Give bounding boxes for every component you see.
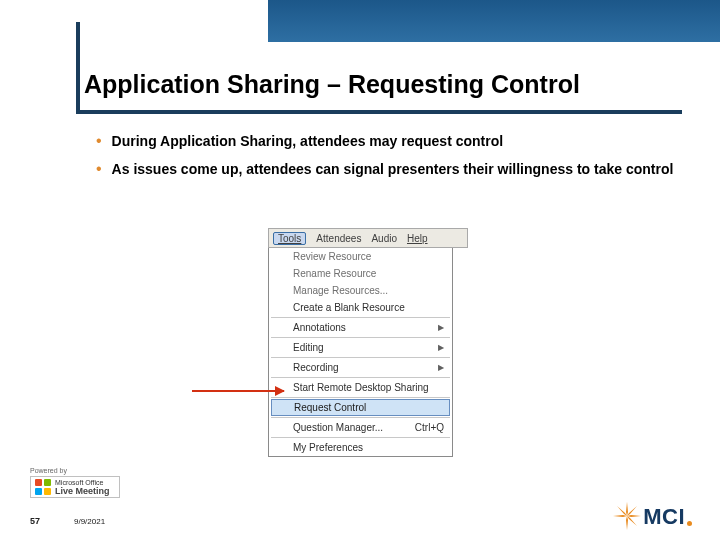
- menu-separator: [271, 377, 450, 378]
- bullet-item: • As issues come up, attendees can signa…: [96, 160, 676, 178]
- live-meeting-badge: Powered by Microsoft Office Live Meeting: [30, 467, 124, 498]
- submenu-arrow-icon: ▶: [438, 343, 444, 352]
- office-icon: [35, 479, 51, 495]
- menu-item-question-manager[interactable]: Question Manager...Ctrl+Q: [269, 419, 452, 436]
- menu-item-manage-resources: Manage Resources...: [269, 282, 452, 299]
- svg-marker-5: [627, 516, 637, 526]
- menu-separator: [271, 397, 450, 398]
- tools-dropdown: Review Resource Rename Resource Manage R…: [268, 248, 453, 457]
- shortcut-label: Ctrl+Q: [415, 422, 444, 433]
- slide-date: 9/9/2021: [74, 517, 105, 526]
- submenu-arrow-icon: ▶: [438, 323, 444, 332]
- menu-separator: [271, 337, 450, 338]
- bullet-dot-icon: •: [96, 160, 102, 178]
- bullet-text: During Application Sharing, attendees ma…: [112, 132, 504, 150]
- svg-marker-4: [627, 506, 637, 516]
- menu-audio[interactable]: Audio: [371, 233, 397, 244]
- menu-separator: [271, 437, 450, 438]
- callout-arrow-icon: [192, 390, 284, 392]
- menu-item-annotations[interactable]: Annotations▶: [269, 319, 452, 336]
- svg-marker-7: [617, 506, 627, 516]
- powered-by-label: Powered by: [30, 467, 124, 474]
- menu-tools[interactable]: Tools: [273, 232, 306, 245]
- bullet-text: As issues come up, attendees can signal …: [112, 160, 674, 178]
- menu-separator: [271, 317, 450, 318]
- menu-bar: Tools Attendees Audio Help: [268, 228, 468, 248]
- mci-logo: MCI: [613, 502, 692, 530]
- menu-item-recording[interactable]: Recording▶: [269, 359, 452, 376]
- tools-menu-screenshot: Tools Attendees Audio Help Review Resour…: [268, 228, 468, 457]
- svg-marker-3: [613, 515, 627, 517]
- page-number: 57: [30, 516, 40, 526]
- submenu-arrow-icon: ▶: [438, 363, 444, 372]
- menu-attendees[interactable]: Attendees: [316, 233, 361, 244]
- svg-marker-2: [626, 516, 628, 530]
- svg-marker-1: [627, 515, 641, 517]
- menu-separator: [271, 357, 450, 358]
- svg-marker-0: [626, 502, 628, 516]
- slide-title: Application Sharing – Requesting Control: [84, 70, 580, 99]
- bullet-dot-icon: •: [96, 132, 102, 150]
- menu-separator: [271, 417, 450, 418]
- menu-item-start-remote-desktop[interactable]: Start Remote Desktop Sharing: [269, 379, 452, 396]
- menu-item-review-resource: Review Resource: [269, 248, 452, 265]
- bullet-item: • During Application Sharing, attendees …: [96, 132, 676, 150]
- live-meeting-text: Microsoft Office Live Meeting: [55, 479, 110, 495]
- mci-dot-icon: [687, 521, 692, 526]
- svg-marker-6: [617, 516, 627, 526]
- menu-help[interactable]: Help: [407, 233, 428, 244]
- star-icon: [613, 502, 641, 530]
- menu-item-rename-resource: Rename Resource: [269, 265, 452, 282]
- menu-item-editing[interactable]: Editing▶: [269, 339, 452, 356]
- mci-text: MCI: [643, 504, 685, 530]
- menu-item-my-preferences[interactable]: My Preferences: [269, 439, 452, 456]
- bullet-list: • During Application Sharing, attendees …: [96, 132, 676, 188]
- menu-item-request-control[interactable]: Request Control: [271, 399, 450, 416]
- menu-item-create-blank[interactable]: Create a Blank Resource: [269, 299, 452, 316]
